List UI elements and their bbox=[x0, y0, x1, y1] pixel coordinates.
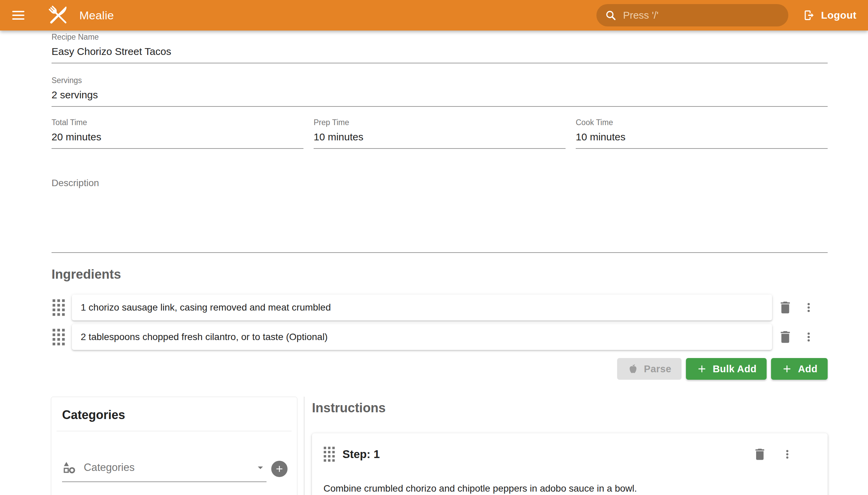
ingredient-input[interactable] bbox=[81, 331, 763, 342]
logout-button[interactable]: Logout bbox=[803, 9, 856, 22]
app-header: Mealie Logout bbox=[0, 0, 868, 31]
kebab-icon bbox=[802, 330, 815, 344]
ingredient-menu-button[interactable] bbox=[802, 330, 815, 344]
total-time-input[interactable] bbox=[52, 130, 304, 149]
drag-handle-icon bbox=[52, 328, 65, 346]
apple-icon bbox=[627, 363, 639, 375]
drag-handle-icon bbox=[52, 299, 65, 316]
step-text[interactable]: Combine crumbled chorizo and chipotle pe… bbox=[323, 482, 794, 495]
ingredient-actions: Parse Bulk Add Add bbox=[52, 358, 828, 380]
bulk-add-label: Bulk Add bbox=[713, 363, 756, 375]
mealie-recipe-editor-page: Mealie Logout Recipe Name Servings Total… bbox=[0, 0, 868, 495]
plus-icon bbox=[274, 464, 285, 474]
instructions-heading: Instructions bbox=[312, 401, 386, 415]
delete-step-button[interactable] bbox=[752, 447, 767, 462]
trash-icon bbox=[778, 300, 793, 315]
drag-handle[interactable] bbox=[52, 328, 66, 346]
description-field: Description bbox=[52, 178, 828, 253]
prep-time-input[interactable] bbox=[313, 130, 565, 149]
recipe-name-input[interactable] bbox=[52, 45, 828, 63]
drag-handle-icon bbox=[323, 446, 335, 462]
add-ingredient-button[interactable]: Add bbox=[771, 358, 828, 380]
logout-label: Logout bbox=[821, 10, 856, 21]
prep-time-field: Prep Time bbox=[313, 118, 565, 149]
add-category-button[interactable] bbox=[271, 461, 288, 477]
cook-time-label: Cook Time bbox=[576, 118, 828, 127]
search-input[interactable] bbox=[623, 10, 780, 21]
kebab-icon bbox=[802, 301, 815, 314]
cook-time-input[interactable] bbox=[576, 130, 828, 149]
delete-ingredient-button[interactable] bbox=[778, 300, 793, 315]
column-divider bbox=[304, 397, 305, 495]
app-logo[interactable] bbox=[46, 2, 71, 28]
drag-handle[interactable] bbox=[52, 299, 66, 316]
ingredient-input[interactable] bbox=[81, 302, 763, 313]
drag-handle[interactable] bbox=[322, 446, 336, 462]
add-label: Add bbox=[798, 363, 817, 375]
servings-input[interactable] bbox=[52, 88, 828, 107]
ingredients-heading: Ingredients bbox=[52, 267, 121, 282]
chevron-down-icon bbox=[254, 461, 267, 474]
search-bar[interactable] bbox=[596, 4, 788, 27]
ingredient-menu-button[interactable] bbox=[802, 301, 815, 314]
time-fields-row: Total Time Prep Time Cook Time bbox=[52, 118, 828, 149]
ingredient-row bbox=[52, 295, 828, 320]
step-title: Step: 1 bbox=[342, 448, 752, 461]
plus-icon bbox=[696, 363, 708, 375]
description-input[interactable] bbox=[52, 191, 828, 253]
servings-field: Servings bbox=[52, 76, 828, 107]
recipe-name-label: Recipe Name bbox=[52, 33, 828, 42]
total-time-label: Total Time bbox=[52, 118, 304, 127]
categories-select-label: Categories bbox=[84, 461, 247, 474]
trash-icon bbox=[778, 329, 793, 345]
parse-button[interactable]: Parse bbox=[617, 358, 682, 380]
delete-ingredient-button[interactable] bbox=[778, 329, 793, 345]
hamburger-icon bbox=[12, 11, 24, 12]
ingredient-card bbox=[72, 324, 772, 350]
app-title: Mealie bbox=[79, 9, 114, 22]
description-label: Description bbox=[52, 178, 828, 188]
total-time-field: Total Time bbox=[52, 118, 304, 149]
recipe-name-field: Recipe Name bbox=[52, 33, 828, 63]
categories-card: Categories Categories bbox=[51, 397, 297, 495]
search-icon bbox=[605, 9, 617, 21]
instruction-step-card: Step: 1 Combine crumbled chorizo and chi… bbox=[312, 433, 828, 495]
step-menu-button[interactable] bbox=[781, 448, 794, 461]
categories-card-title: Categories bbox=[51, 397, 297, 431]
trash-icon bbox=[752, 447, 767, 462]
parse-label: Parse bbox=[644, 363, 671, 375]
ingredient-row bbox=[52, 324, 828, 350]
crossed-fork-knife-icon bbox=[46, 2, 71, 28]
plus-icon bbox=[781, 363, 793, 375]
cook-time-field: Cook Time bbox=[576, 118, 828, 149]
menu-button[interactable] bbox=[12, 6, 30, 24]
ingredient-card bbox=[72, 295, 772, 320]
prep-time-label: Prep Time bbox=[313, 118, 565, 127]
categories-select[interactable]: Categories bbox=[62, 460, 267, 482]
kebab-icon bbox=[781, 448, 794, 461]
step-header: Step: 1 bbox=[322, 446, 794, 462]
logout-icon bbox=[803, 9, 815, 22]
shapes-icon bbox=[62, 460, 76, 475]
bulk-add-button[interactable]: Bulk Add bbox=[686, 358, 767, 380]
categories-select-row: Categories bbox=[51, 431, 297, 482]
servings-label: Servings bbox=[52, 76, 828, 85]
